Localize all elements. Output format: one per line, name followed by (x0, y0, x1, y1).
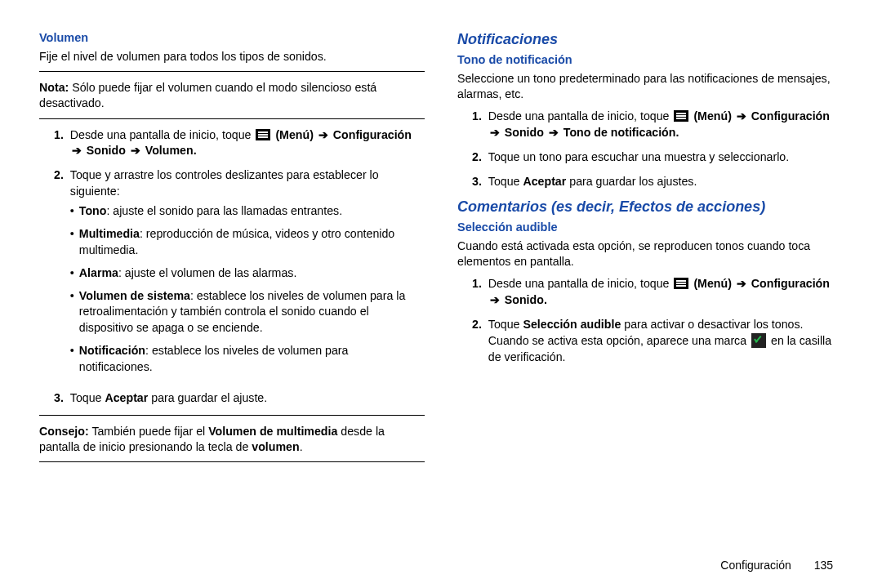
bullet-label: Notificación (79, 344, 145, 357)
bullet-text: : ajuste el sonido para las llamadas ent… (106, 204, 342, 217)
path-part: Tono de notificación (564, 126, 676, 139)
consejo-label: Consejo: (39, 425, 89, 438)
menu-label: (Menú) (275, 128, 314, 141)
arrow-icon: ➔ (70, 144, 83, 157)
arrow-icon: ➔ (735, 277, 748, 290)
bullet-volumen-sistema: Volumen de sistema: establece los nivele… (70, 288, 425, 337)
arrow-icon: ➔ (488, 126, 501, 139)
seleccion-step-2: Toque Selección audible para activar o d… (488, 317, 843, 366)
text: Toque (488, 175, 523, 188)
arrow-icon: ➔ (547, 126, 560, 139)
menu-icon (256, 129, 270, 140)
step-number: 3. (472, 174, 482, 190)
text-bold: Selección audible (523, 318, 621, 331)
text: Toque (70, 391, 105, 404)
page-footer: Configuración 135 (720, 559, 833, 572)
path-part: Configuración (751, 109, 830, 122)
text: para guardar los ajustes. (566, 175, 697, 188)
divider (39, 71, 425, 72)
path-part: Configuración (333, 128, 412, 141)
text: . (300, 440, 303, 453)
text-bold: volumen (252, 440, 299, 453)
nota-block: Nota: Sólo puede fijar el volumen cuando… (39, 80, 425, 111)
bullet-notificacion: Notificación: establece los niveles de v… (70, 343, 425, 376)
bullet-label: Volumen de sistema (79, 289, 190, 302)
heading-comentarios: Comentarios (es decir, Efectos de accion… (457, 198, 843, 216)
step-number: 2. (472, 149, 482, 166)
text: Desde una pantalla de inicio, toque (488, 109, 673, 122)
consejo-block: Consejo: También puede fijar el Volumen … (39, 424, 425, 455)
step-number: 2. (472, 317, 482, 366)
bullet-label: Alarma (79, 266, 118, 279)
path-part: Sonido (505, 126, 544, 139)
menu-icon (674, 278, 688, 289)
bullet-label: Multimedia (79, 227, 140, 240)
text: para guardar el ajuste. (148, 391, 267, 404)
nota-label: Nota: (39, 81, 69, 94)
volumen-intro: Fije el nivel de volumen para todos los … (39, 49, 425, 65)
path-part: Configuración (751, 277, 830, 290)
arrow-icon: ➔ (317, 128, 330, 141)
menu-icon (674, 110, 688, 122)
tono-step-1: Desde una pantalla de inicio, toque (Men… (488, 109, 843, 141)
menu-label: (Menú) (693, 277, 732, 290)
text: Toque (488, 318, 523, 331)
divider (39, 415, 425, 416)
footer-page-number: 135 (814, 559, 833, 572)
heading-tono: Tono de notificación (457, 53, 843, 66)
arrow-icon: ➔ (735, 109, 748, 122)
step-number: 1. (54, 127, 64, 160)
volumen-step-1: Desde una pantalla de inicio, toque (Men… (70, 127, 425, 160)
text: Desde una pantalla de inicio, toque (488, 277, 673, 290)
tono-intro: Seleccione un tono predeterminado para l… (457, 71, 843, 102)
nota-text: Sólo puede fijar el volumen cuando el mo… (39, 81, 376, 109)
path-part: Sonido (505, 293, 544, 306)
heading-seleccion-audible: Selección audible (457, 220, 843, 234)
divider (39, 118, 425, 119)
seleccion-intro: Cuando está activada esta opción, se rep… (457, 238, 843, 270)
menu-label: (Menú) (693, 109, 732, 122)
checkmark-icon (751, 333, 766, 348)
bullet-text: : ajuste el volumen de las alarmas. (118, 266, 296, 279)
text-bold: Volumen de multimedia (208, 425, 337, 438)
bullet-label: Tono (79, 204, 107, 217)
bullet-alarma: Alarma: ajuste el volumen de las alarmas… (70, 265, 425, 282)
divider (39, 461, 425, 462)
bullet-tono: Tono: ajuste el sonido para las llamadas… (70, 203, 425, 220)
heading-notificaciones: Notificaciones (457, 31, 843, 48)
seleccion-step-1: Desde una pantalla de inicio, toque (Men… (488, 276, 843, 309)
heading-volumen: Volumen (39, 31, 425, 44)
tono-step-2: Toque un tono para escuchar una muestra … (488, 149, 843, 166)
text-bold: Aceptar (105, 391, 148, 404)
text: Desde una pantalla de inicio, toque (70, 128, 255, 141)
footer-section: Configuración (720, 559, 791, 572)
step-number: 3. (54, 390, 64, 407)
step-number: 2. (54, 167, 64, 382)
bullet-multimedia: Multimedia: reproducción de música, vide… (70, 226, 425, 259)
text-bold: Aceptar (523, 175, 566, 188)
step-number: 1. (472, 276, 482, 309)
step-number: 1. (472, 109, 482, 141)
text: Toque y arrastre los controles deslizant… (70, 168, 379, 198)
arrow-icon: ➔ (129, 144, 142, 157)
volumen-step-3: Toque Aceptar para guardar el ajuste. (70, 390, 425, 407)
text: También puede fijar el (89, 425, 208, 438)
volumen-step-2: Toque y arrastre los controles deslizant… (70, 167, 425, 382)
arrow-icon: ➔ (488, 293, 501, 306)
path-part: Sonido (87, 144, 126, 157)
path-part: Volumen (145, 144, 194, 157)
tono-step-3: Toque Aceptar para guardar los ajustes. (488, 174, 843, 190)
